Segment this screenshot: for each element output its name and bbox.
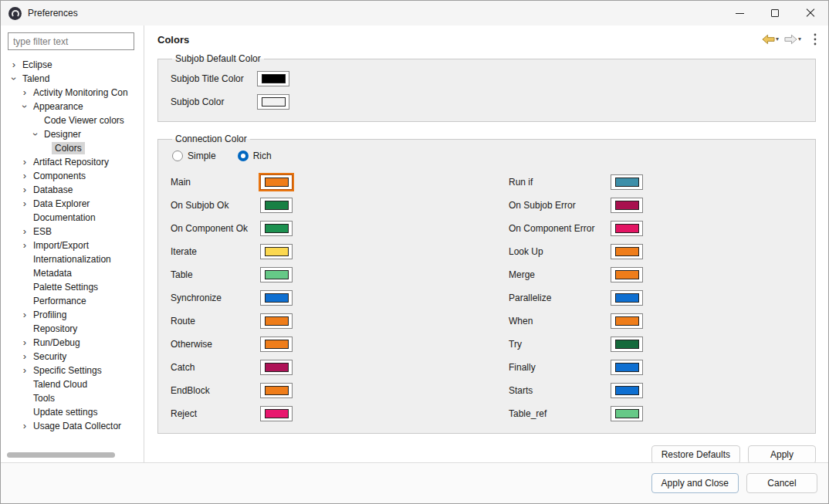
maximize-icon bbox=[771, 9, 779, 17]
connection-color-group: Connection Color SimpleRich MainOn Subjo… bbox=[157, 134, 816, 434]
chevron-right-icon[interactable] bbox=[19, 351, 30, 362]
chevron-down-icon[interactable] bbox=[30, 129, 41, 140]
tree-item-activity-monitoring-con[interactable]: Activity Monitoring Con bbox=[1, 86, 144, 100]
color-row-label: Table bbox=[171, 269, 260, 280]
endblock-color-swatch[interactable] bbox=[260, 383, 293, 398]
sidebar-horizontal-scrollbar[interactable] bbox=[7, 452, 115, 458]
tree-item-import-export[interactable]: Import/Export bbox=[1, 238, 144, 252]
swatch-color-fill bbox=[265, 224, 289, 233]
starts-color-swatch[interactable] bbox=[611, 383, 643, 398]
main-color-swatch[interactable] bbox=[260, 174, 293, 190]
color-row-table-ref: Table_ref bbox=[509, 402, 803, 425]
back-button[interactable]: ▾ bbox=[760, 32, 780, 46]
run-if-color-swatch[interactable] bbox=[611, 174, 643, 190]
rich-radio[interactable]: Rich bbox=[238, 151, 272, 161]
tree-item-colors[interactable]: Colors bbox=[1, 141, 144, 155]
iterate-color-swatch[interactable] bbox=[260, 244, 293, 259]
tree-item-designer[interactable]: Designer bbox=[1, 127, 144, 141]
filter-input[interactable] bbox=[8, 32, 134, 50]
tree-item-code-viewer-colors[interactable]: Code Viewer colors bbox=[1, 113, 144, 127]
table-color-swatch[interactable] bbox=[260, 267, 293, 282]
swatch-color-fill bbox=[615, 340, 639, 349]
cancel-button[interactable]: Cancel bbox=[746, 473, 817, 493]
parallelize-color-swatch[interactable] bbox=[611, 290, 643, 306]
view-menu-button[interactable] bbox=[813, 32, 817, 46]
tree-item-profiling[interactable]: Profiling bbox=[1, 308, 144, 322]
swatch-color-fill bbox=[615, 270, 639, 279]
tree-item-label: Colors bbox=[52, 142, 85, 154]
color-row-label: Parallelize bbox=[509, 293, 611, 303]
tree-item-esb[interactable]: ESB bbox=[1, 225, 144, 238]
chevron-right-icon[interactable] bbox=[19, 240, 30, 251]
tree-item-artifact-repository[interactable]: Artifact Repository bbox=[1, 155, 144, 169]
apply-button[interactable]: Apply bbox=[748, 445, 816, 462]
simple-radio[interactable]: Simple bbox=[172, 151, 216, 161]
tree-item-security[interactable]: Security bbox=[1, 350, 144, 364]
tree-item-eclipse[interactable]: Eclipse bbox=[1, 58, 144, 72]
color-row-subjob-color: Subjob Color bbox=[171, 90, 803, 113]
chevron-right-icon[interactable] bbox=[19, 421, 30, 431]
subjob-color-color-swatch[interactable] bbox=[257, 94, 289, 110]
swatch-color-fill bbox=[262, 97, 286, 107]
back-dropdown-icon[interactable]: ▾ bbox=[776, 36, 779, 42]
on-component-error-color-swatch[interactable] bbox=[611, 221, 643, 236]
maximize-button[interactable] bbox=[757, 1, 793, 25]
apply-and-close-button[interactable]: Apply and Close bbox=[651, 473, 739, 493]
forward-dropdown-icon[interactable]: ▾ bbox=[798, 36, 801, 42]
tree-item-tools[interactable]: Tools bbox=[1, 391, 144, 405]
tree-item-label: Talend Cloud bbox=[30, 378, 90, 391]
chevron-right-icon[interactable] bbox=[19, 157, 30, 167]
on-subjob-ok-color-swatch[interactable] bbox=[260, 198, 293, 213]
tree-item-metadata[interactable]: Metadata bbox=[1, 266, 144, 280]
subjob-title-color-color-swatch[interactable] bbox=[257, 71, 289, 86]
catch-color-swatch[interactable] bbox=[260, 360, 293, 375]
chevron-right-icon[interactable] bbox=[19, 310, 30, 320]
tree-item-update-settings[interactable]: Update settings bbox=[1, 405, 144, 419]
tree-item-palette-settings[interactable]: Palette Settings bbox=[1, 280, 144, 294]
tree-item-label: Usage Data Collector bbox=[30, 420, 124, 432]
restore-defaults-button[interactable]: Restore Defaults bbox=[651, 445, 740, 462]
tree-item-usage-data-collector[interactable]: Usage Data Collector bbox=[1, 419, 144, 433]
tree-item-components[interactable]: Components bbox=[1, 169, 144, 183]
chevron-right-icon[interactable] bbox=[19, 226, 30, 237]
synchronize-color-swatch[interactable] bbox=[260, 290, 293, 306]
reject-color-swatch[interactable] bbox=[260, 406, 293, 421]
chevron-right-icon[interactable] bbox=[19, 198, 30, 209]
chevron-right-icon[interactable] bbox=[19, 337, 30, 348]
tree-item-appearance[interactable]: Appearance bbox=[1, 100, 144, 113]
chevron-down-icon[interactable] bbox=[8, 73, 19, 84]
chevron-right-icon[interactable] bbox=[19, 87, 30, 98]
tree-item-documentation[interactable]: Documentation bbox=[1, 211, 144, 225]
route-color-swatch[interactable] bbox=[260, 313, 293, 329]
tree-item-specific-settings[interactable]: Specific Settings bbox=[1, 364, 144, 377]
chevron-right-icon[interactable] bbox=[8, 59, 19, 70]
chevron-down-icon[interactable] bbox=[19, 101, 30, 112]
forward-button[interactable]: ▾ bbox=[783, 32, 803, 46]
tree-item-run-debug[interactable]: Run/Debug bbox=[1, 336, 144, 350]
merge-color-swatch[interactable] bbox=[611, 267, 643, 282]
chevron-right-icon[interactable] bbox=[19, 365, 30, 376]
chevron-right-icon[interactable] bbox=[19, 171, 30, 181]
on-subjob-error-color-swatch[interactable] bbox=[611, 198, 643, 213]
connection-color-columns: MainOn Subjob OkOn Component OkIterateTa… bbox=[171, 171, 803, 425]
tree-item-internationalization[interactable]: Internationalization bbox=[1, 252, 144, 266]
tree-item-talend-cloud[interactable]: Talend Cloud bbox=[1, 377, 144, 391]
tree-item-talend[interactable]: Talend bbox=[1, 72, 144, 86]
tree-item-data-explorer[interactable]: Data Explorer bbox=[1, 197, 144, 211]
tree-item-performance[interactable]: Performance bbox=[1, 294, 144, 308]
color-row-synchronize: Synchronize bbox=[171, 286, 509, 310]
look-up-color-swatch[interactable] bbox=[611, 244, 643, 259]
radio-label: Simple bbox=[188, 151, 216, 161]
minimize-button[interactable] bbox=[722, 1, 757, 25]
table-ref-color-swatch[interactable] bbox=[611, 406, 643, 421]
try-color-swatch[interactable] bbox=[611, 337, 643, 352]
close-button[interactable] bbox=[793, 1, 828, 25]
finally-color-swatch[interactable] bbox=[611, 360, 643, 375]
when-color-swatch[interactable] bbox=[611, 313, 643, 329]
otherwise-color-swatch[interactable] bbox=[260, 337, 293, 352]
tree-item-database[interactable]: Database bbox=[1, 183, 144, 197]
tree-item-repository[interactable]: Repository bbox=[1, 322, 144, 336]
on-component-ok-color-swatch[interactable] bbox=[260, 221, 293, 236]
chevron-right-icon[interactable] bbox=[19, 184, 30, 195]
swatch-color-fill bbox=[265, 409, 289, 418]
